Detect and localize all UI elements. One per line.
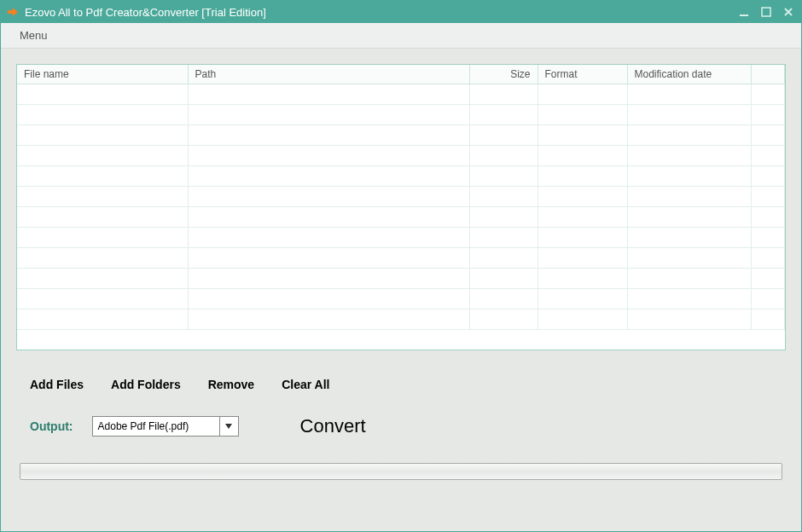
action-toolbar: Add Files Add Folders Remove Clear All [16, 378, 786, 391]
table-row[interactable] [17, 309, 785, 330]
table-row[interactable] [17, 84, 785, 105]
table-row[interactable] [17, 248, 785, 269]
content-area: File name Path Size Format Modification … [1, 49, 801, 531]
app-window: Ezovo All to Pdf Creator&Converter [Tria… [0, 0, 802, 532]
table-row[interactable] [17, 207, 785, 228]
table-row[interactable] [17, 289, 785, 309]
output-format-value: Adobe Pdf File(.pdf) [93, 417, 219, 436]
output-row: Output: Adobe Pdf File(.pdf) Convert [16, 415, 786, 437]
table-row[interactable] [17, 166, 785, 187]
table-row[interactable] [17, 269, 785, 289]
table-header-row: File name Path Size Format Modification … [17, 65, 785, 84]
table-row[interactable] [17, 146, 785, 166]
close-button[interactable] [781, 5, 796, 19]
file-table: File name Path Size Format Modification … [16, 64, 786, 350]
remove-button[interactable]: Remove [208, 378, 254, 391]
output-format-select[interactable]: Adobe Pdf File(.pdf) [92, 416, 239, 437]
col-header-blank[interactable] [751, 65, 785, 84]
dropdown-arrow-icon[interactable] [219, 417, 238, 436]
table-row[interactable] [17, 125, 785, 146]
output-label: Output: [30, 419, 73, 433]
menu-menu[interactable]: Menu [13, 26, 55, 45]
table-row[interactable] [17, 105, 785, 125]
col-header-path[interactable]: Path [188, 65, 469, 84]
progress-wrap [16, 463, 786, 480]
menubar: Menu [1, 23, 801, 49]
table-row[interactable] [17, 228, 785, 248]
add-folders-button[interactable]: Add Folders [111, 378, 181, 391]
app-icon [6, 5, 20, 19]
col-header-size[interactable]: Size [469, 65, 538, 84]
svg-rect-1 [762, 8, 770, 16]
col-header-filename[interactable]: File name [17, 65, 188, 84]
svg-rect-0 [740, 14, 748, 16]
col-header-date[interactable]: Modification date [627, 65, 751, 84]
window-title: Ezovo All to Pdf Creator&Converter [Tria… [25, 6, 736, 19]
table-row[interactable] [17, 187, 785, 207]
titlebar: Ezovo All to Pdf Creator&Converter [Tria… [1, 1, 801, 23]
convert-button[interactable]: Convert [300, 415, 366, 437]
window-controls [736, 5, 796, 19]
clear-all-button[interactable]: Clear All [282, 378, 329, 391]
maximize-button[interactable] [758, 5, 774, 19]
minimize-button[interactable] [736, 5, 752, 19]
col-header-format[interactable]: Format [538, 65, 627, 84]
progress-bar [20, 463, 782, 480]
add-files-button[interactable]: Add Files [30, 378, 84, 391]
